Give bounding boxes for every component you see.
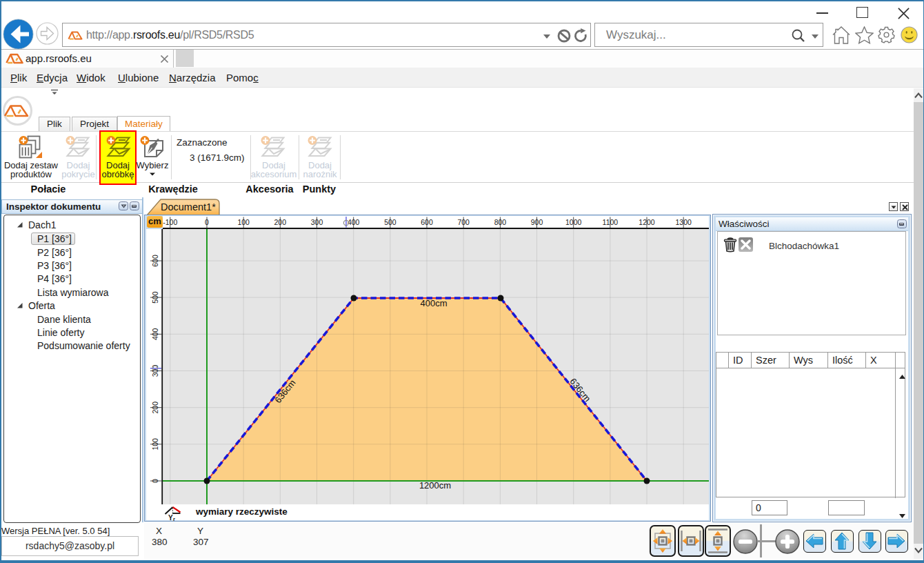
svg-text:0: 0 xyxy=(205,218,209,226)
svg-text:400cm: 400cm xyxy=(420,298,447,308)
svg-text:200: 200 xyxy=(274,218,287,226)
svg-text:300: 300 xyxy=(311,218,323,226)
svg-text:1200: 1200 xyxy=(639,218,655,226)
svg-text:1100: 1100 xyxy=(603,218,619,226)
svg-text:800: 800 xyxy=(494,218,507,226)
svg-text:1300: 1300 xyxy=(676,218,692,226)
svg-text:Y: Y xyxy=(168,514,173,521)
svg-text:600: 600 xyxy=(151,255,159,267)
svg-text:100: 100 xyxy=(237,218,250,226)
svg-text:400: 400 xyxy=(348,218,360,226)
svg-text:100: 100 xyxy=(151,438,159,451)
svg-text:500: 500 xyxy=(384,218,396,226)
svg-text:1000: 1000 xyxy=(565,218,582,226)
svg-text:-100: -100 xyxy=(163,218,177,226)
svg-text:r: r xyxy=(173,516,175,521)
svg-text:500: 500 xyxy=(151,291,159,304)
svg-text:200: 200 xyxy=(151,402,159,414)
svg-text:600: 600 xyxy=(421,218,433,226)
svg-text:700: 700 xyxy=(457,218,470,226)
svg-text:0: 0 xyxy=(151,479,159,483)
svg-text:1200cm: 1200cm xyxy=(419,480,451,491)
svg-text:900: 900 xyxy=(531,218,543,226)
svg-text:400: 400 xyxy=(151,328,159,340)
